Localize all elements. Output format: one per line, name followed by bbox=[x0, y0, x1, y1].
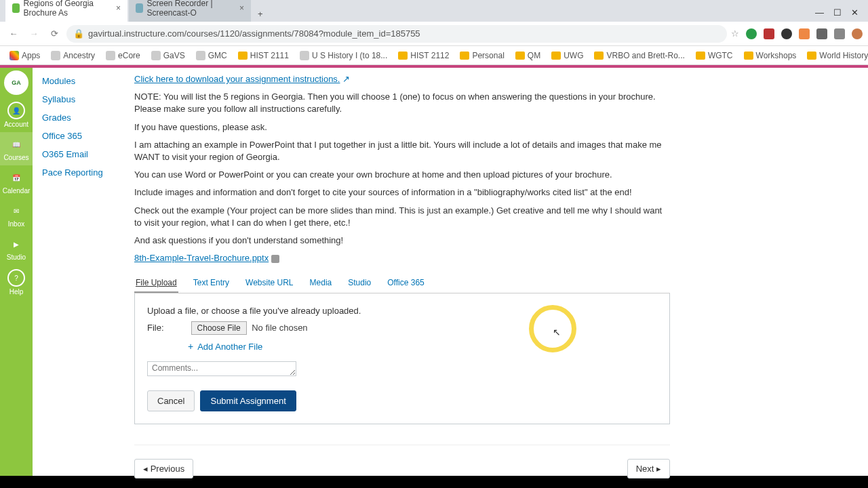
bookmarks-bar: Apps Ancestry eCore GaVS GMC HIST 2111 U… bbox=[0, 46, 868, 65]
choose-file-button[interactable]: Choose File bbox=[191, 321, 247, 335]
back-button[interactable]: ← bbox=[5, 26, 22, 42]
course-nav-grades[interactable]: Grades bbox=[42, 108, 125, 127]
no-file-text: No file chosen bbox=[252, 323, 307, 333]
tab-title: Screen Recorder | Screencast-O bbox=[147, 0, 235, 18]
bookmark-item[interactable]: GMC bbox=[192, 49, 231, 62]
instruction-text: Check out the example (Your project can … bbox=[134, 205, 670, 229]
next-button[interactable]: Next ▸ bbox=[627, 459, 670, 479]
bookmark-item[interactable]: HIST 2111 bbox=[234, 49, 293, 62]
nav-account[interactable]: 👤 Account bbox=[0, 98, 33, 132]
upload-hint: Upload a file, or choose a file you've a… bbox=[147, 306, 657, 316]
browser-tab-inactive[interactable]: Screen Recorder | Screencast-O × bbox=[129, 0, 251, 22]
submission-tabs: File Upload Text Entry Website URL Media… bbox=[134, 274, 670, 293]
tab-website-url[interactable]: Website URL bbox=[244, 274, 294, 293]
url-bar: ← → ⟳ 🔒 gavirtual.instructure.com/course… bbox=[0, 22, 868, 46]
url-text: gavirtual.instructure.com/courses/1120/a… bbox=[88, 28, 420, 39]
bookmark-item[interactable]: Ancestry bbox=[47, 49, 99, 62]
instruction-text: Include images and information and don't… bbox=[134, 186, 670, 199]
book-icon: 📖 bbox=[8, 136, 24, 152]
bookmark-item[interactable]: Workshops bbox=[740, 49, 801, 62]
close-icon[interactable]: × bbox=[239, 3, 244, 13]
bookmark-item[interactable]: World History bbox=[803, 49, 868, 62]
course-nav: Modules Syllabus Grades Office 365 O365 … bbox=[33, 68, 134, 476]
file-upload-panel: Upload a file, or choose a file you've a… bbox=[134, 293, 670, 424]
institution-logo[interactable]: GA bbox=[4, 70, 28, 95]
studio-icon: ▶ bbox=[8, 236, 24, 252]
user-icon: 👤 bbox=[7, 102, 25, 119]
tab-studio[interactable]: Studio bbox=[347, 274, 372, 293]
plus-icon: + bbox=[188, 341, 193, 352]
address-bar[interactable]: 🔒 gavirtual.instructure.com/courses/1120… bbox=[66, 25, 727, 43]
extension-icon[interactable] bbox=[816, 28, 827, 39]
comments-input[interactable] bbox=[147, 361, 296, 376]
bookmark-item[interactable]: Personal bbox=[456, 49, 508, 62]
forward-button[interactable]: → bbox=[26, 26, 42, 42]
extension-icon[interactable] bbox=[746, 28, 757, 39]
inbox-icon: ✉ bbox=[8, 203, 24, 219]
window-controls: — ☐ ✕ bbox=[806, 3, 868, 22]
extension-icon[interactable] bbox=[764, 28, 774, 39]
file-label: File: bbox=[147, 323, 164, 333]
bookmark-item[interactable]: GaVS bbox=[147, 49, 189, 62]
instruction-text: NOTE: You will list the 5 regions in Geo… bbox=[134, 91, 670, 115]
tab-title: Regions of Georgia Brochure As bbox=[24, 0, 112, 18]
instruction-text: You can use Word or PowerPoint or you ca… bbox=[134, 169, 670, 181]
close-icon[interactable]: × bbox=[116, 3, 121, 13]
instruction-text: I am attaching an example in PowerPoint … bbox=[134, 139, 670, 163]
nav-help[interactable]: ? Help bbox=[0, 265, 33, 300]
nav-courses[interactable]: 📖 Courses bbox=[0, 132, 33, 165]
apps-shortcut[interactable]: Apps bbox=[5, 49, 44, 62]
previous-button[interactable]: ◂ Previous bbox=[134, 459, 193, 479]
preview-icon[interactable] bbox=[271, 255, 279, 263]
nav-studio[interactable]: ▶ Studio bbox=[0, 232, 33, 265]
submit-assignment-button[interactable]: Submit Assignment bbox=[200, 390, 296, 411]
bookmark-item[interactable]: U S History I (to 18... bbox=[296, 49, 391, 62]
course-nav-modules[interactable]: Modules bbox=[42, 72, 125, 90]
nav-inbox[interactable]: ✉ Inbox bbox=[0, 199, 33, 232]
assignment-instructions: Click here to download your assignment i… bbox=[134, 73, 670, 264]
profile-avatar[interactable] bbox=[852, 28, 863, 39]
bookmark-item[interactable]: eCore bbox=[102, 49, 144, 62]
browser-titlebar: Regions of Georgia Brochure As × Screen … bbox=[0, 0, 868, 22]
reload-button[interactable]: ⟳ bbox=[46, 26, 62, 42]
extensions-icon[interactable] bbox=[834, 28, 845, 39]
course-nav-office365[interactable]: Office 365 bbox=[42, 127, 125, 145]
new-tab-button[interactable]: + bbox=[252, 6, 269, 22]
calendar-icon: 📅 bbox=[8, 169, 24, 186]
nav-calendar[interactable]: 📅 Calendar bbox=[0, 165, 33, 199]
tab-office365[interactable]: Office 365 bbox=[386, 274, 425, 293]
bookmark-item[interactable]: WGTC bbox=[692, 49, 737, 62]
course-nav-syllabus[interactable]: Syllabus bbox=[42, 90, 125, 108]
course-nav-pace-reporting[interactable]: Pace Reporting bbox=[42, 163, 125, 182]
favicon bbox=[136, 3, 143, 13]
tab-text-entry[interactable]: Text Entry bbox=[192, 274, 231, 293]
download-instructions-link[interactable]: Click here to download your assignment i… bbox=[134, 74, 340, 84]
instruction-text: If you have questions, please ask. bbox=[134, 121, 670, 134]
help-icon: ? bbox=[7, 269, 25, 287]
main-content: Click here to download your assignment i… bbox=[134, 68, 690, 476]
extension-icon[interactable] bbox=[799, 28, 810, 39]
bookmark-item[interactable]: QM bbox=[511, 49, 545, 62]
tab-file-upload[interactable]: File Upload bbox=[134, 274, 178, 293]
add-another-file[interactable]: + Add Another File bbox=[188, 341, 657, 352]
minimize-button[interactable]: — bbox=[815, 7, 824, 18]
bookmark-item[interactable]: UWG bbox=[547, 49, 587, 62]
attachment-link[interactable]: 8th-Example-Travel-Brochure.pptx bbox=[134, 253, 269, 263]
extension-icon[interactable] bbox=[781, 28, 792, 39]
tab-media[interactable]: Media bbox=[309, 274, 334, 293]
bookmark-item[interactable]: HIST 2112 bbox=[394, 49, 453, 62]
close-window-button[interactable]: ✕ bbox=[851, 7, 859, 18]
instruction-text: And ask questions if you don't understan… bbox=[134, 235, 670, 247]
module-sequence: ◂ Previous Next ▸ bbox=[134, 445, 670, 479]
course-nav-o365email[interactable]: O365 Email bbox=[42, 145, 125, 163]
star-icon[interactable]: ☆ bbox=[731, 28, 739, 39]
maximize-button[interactable]: ☐ bbox=[833, 7, 842, 18]
bookmark-item[interactable]: VRBO and Brett-Ro... bbox=[590, 49, 688, 62]
cancel-button[interactable]: Cancel bbox=[147, 390, 195, 411]
favicon bbox=[12, 3, 20, 13]
lock-icon: 🔒 bbox=[73, 28, 84, 39]
external-link-icon: ↗ bbox=[342, 74, 350, 84]
global-nav: GA 👤 Account 📖 Courses 📅 Calendar ✉ Inbo… bbox=[0, 68, 33, 476]
browser-tab-active[interactable]: Regions of Georgia Brochure As × bbox=[5, 0, 127, 22]
